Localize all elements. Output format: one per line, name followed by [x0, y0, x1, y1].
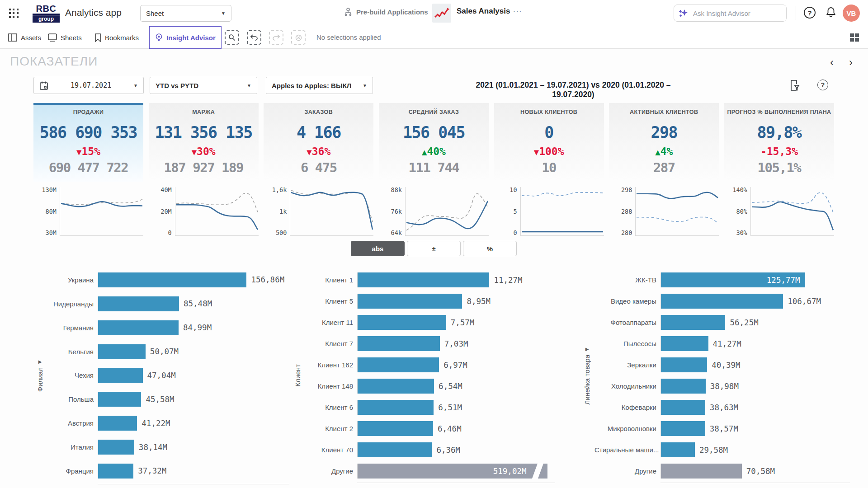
kpi-card-1[interactable]: МАРЖА131 356 135▼30%187 927 189 — [149, 103, 259, 182]
notifications-bell-icon[interactable] — [826, 6, 836, 18]
tab-bookmarks[interactable]: Bookmarks — [93, 26, 141, 49]
category-label[interactable]: ЖК-ТВ — [594, 276, 660, 284]
category-label[interactable]: Другие — [594, 467, 660, 475]
bar[interactable] — [98, 296, 179, 311]
date-filter[interactable]: 19.07.2021 ▼ — [33, 77, 144, 94]
bar[interactable] — [98, 368, 143, 383]
bar[interactable] — [661, 336, 708, 351]
category-label[interactable]: Другие — [307, 467, 357, 475]
category-label[interactable]: Клиент 1 — [307, 276, 357, 284]
search-input[interactable] — [693, 9, 770, 17]
category-label[interactable]: Бельгия — [50, 348, 98, 356]
category-label[interactable]: Видео камеры — [594, 297, 660, 305]
apples-to-apples-filter[interactable]: Apples to Apples: ВЫКЛ ▼ — [266, 77, 373, 94]
category-label[interactable]: Микроволновки — [594, 425, 660, 432]
toggle-abs[interactable]: abs — [351, 241, 405, 256]
sparkline-2[interactable]: 1,6k1k500 — [264, 186, 373, 239]
sales-analysis-thumbnail[interactable] — [432, 4, 451, 23]
category-label[interactable]: Италия — [50, 443, 98, 451]
category-label[interactable]: Чехия — [50, 371, 98, 379]
bar[interactable] — [98, 272, 246, 287]
expand-arrow-icon[interactable]: ▶ — [38, 359, 42, 364]
category-label[interactable]: Пылесосы — [594, 340, 660, 347]
bar[interactable]: 125,77M — [661, 272, 805, 287]
bar[interactable] — [98, 392, 141, 407]
tab-sheets[interactable]: Sheets — [46, 26, 84, 49]
category-label[interactable]: Клиент 11 — [307, 319, 357, 326]
bar[interactable] — [661, 357, 707, 372]
comparison-filter[interactable]: YTD vs PYTD ▼ — [150, 77, 257, 94]
bar[interactable] — [358, 336, 440, 351]
kpi-card-6[interactable]: ПРОГНОЗ % ВЫПОЛНЕНИЯ ПЛАНА89,8%-15,3%105… — [724, 103, 834, 182]
category-label[interactable]: Франция — [50, 467, 98, 475]
category-label[interactable]: Зеркалки — [594, 361, 660, 369]
bar[interactable] — [661, 442, 695, 457]
sparkline-5[interactable]: 298288280 — [609, 186, 719, 239]
category-label[interactable]: Стиральные маши... — [594, 446, 660, 454]
user-avatar[interactable]: VB — [843, 5, 860, 22]
kpi-card-0[interactable]: ПРОДАЖИ586 690 353▼15%690 477 722 — [33, 103, 143, 182]
bar[interactable] — [358, 294, 462, 309]
category-label[interactable]: Клиент 6 — [307, 404, 357, 411]
bar[interactable] — [358, 379, 434, 394]
category-label[interactable]: Клиент 162 — [307, 361, 357, 369]
current-app-name[interactable]: Sales Analysis — [457, 7, 510, 16]
category-label[interactable]: Клиент 148 — [307, 382, 357, 390]
bar[interactable] — [98, 440, 134, 455]
bar[interactable] — [358, 272, 489, 287]
expand-arrow-icon[interactable]: ▶ — [585, 347, 589, 352]
bar[interactable] — [661, 379, 706, 394]
step-back-icon[interactable] — [247, 30, 261, 45]
category-label[interactable]: Украина — [50, 276, 98, 284]
toggle-percent[interactable]: % — [463, 241, 517, 256]
prebuild-applications-link[interactable]: Pre-build Applications — [344, 7, 428, 16]
export-icon[interactable] — [789, 80, 800, 91]
bar[interactable]: 519,02M — [358, 464, 547, 479]
category-label[interactable]: Холодильники — [594, 382, 660, 390]
bar[interactable] — [98, 464, 133, 479]
bar[interactable] — [661, 421, 705, 436]
category-label[interactable]: Кофеварки — [594, 404, 660, 411]
toggle-delta[interactable]: ± — [407, 241, 461, 256]
category-label[interactable]: Фотоаппараты — [594, 319, 660, 326]
sparkline-0[interactable]: 130M80M30M — [33, 186, 143, 239]
sheet-grid-icon[interactable] — [850, 33, 859, 42]
bar[interactable] — [661, 464, 742, 479]
help-icon[interactable]: ? — [804, 7, 816, 19]
bar[interactable] — [98, 344, 146, 359]
bar[interactable] — [358, 442, 432, 457]
sheet-selector[interactable]: Sheet ▼ — [140, 5, 231, 22]
bar[interactable] — [661, 400, 705, 415]
category-label[interactable]: Польша — [50, 395, 98, 403]
tab-insight-advisor[interactable]: Insight Advisor — [149, 26, 222, 49]
sparkline-6[interactable]: 140%80%30% — [724, 186, 834, 239]
bar[interactable] — [358, 357, 439, 372]
bar[interactable] — [358, 421, 433, 436]
kpi-card-4[interactable]: НОВЫХ КЛИЕНТОВ0▼100%10 — [494, 103, 604, 182]
kpi-card-5[interactable]: АКТИВНЫХ КЛИЕНТОВ298▲4%287 — [609, 103, 719, 182]
sparkline-4[interactable]: 1050 — [494, 186, 604, 239]
insight-advisor-search[interactable] — [674, 5, 787, 22]
app-menu-icon[interactable] — [9, 9, 19, 19]
next-sheet-chevron[interactable]: › — [849, 57, 853, 68]
sparkline-3[interactable]: 88k76k64k — [379, 186, 489, 239]
sheet-help-icon[interactable]: ? — [817, 80, 828, 90]
category-label[interactable]: Клиент 70 — [307, 446, 357, 454]
bar[interactable] — [98, 320, 179, 335]
category-label[interactable]: Клиент 2 — [307, 425, 357, 432]
sparkline-1[interactable]: 40M20M0 — [149, 186, 259, 239]
category-label[interactable]: Клиент 7 — [307, 340, 357, 347]
category-label[interactable]: Клиент 5 — [307, 297, 357, 305]
bar[interactable] — [661, 294, 783, 309]
bar[interactable] — [358, 315, 446, 330]
search-selections-icon[interactable] — [225, 30, 239, 45]
bar[interactable] — [358, 400, 434, 415]
category-label[interactable]: Германия — [50, 324, 98, 332]
category-label[interactable]: Нидерланды — [50, 300, 98, 308]
category-label[interactable]: Австрия — [50, 419, 98, 427]
kpi-card-3[interactable]: СРЕДНИЙ ЗАКАЗ156 045▲40%111 744 — [379, 103, 489, 182]
bar[interactable] — [98, 416, 137, 431]
prev-sheet-chevron[interactable]: ‹ — [830, 57, 834, 68]
bar[interactable] — [661, 315, 725, 330]
kpi-card-2[interactable]: ЗАКАЗОВ4 166▼36%6 475 — [264, 103, 373, 182]
